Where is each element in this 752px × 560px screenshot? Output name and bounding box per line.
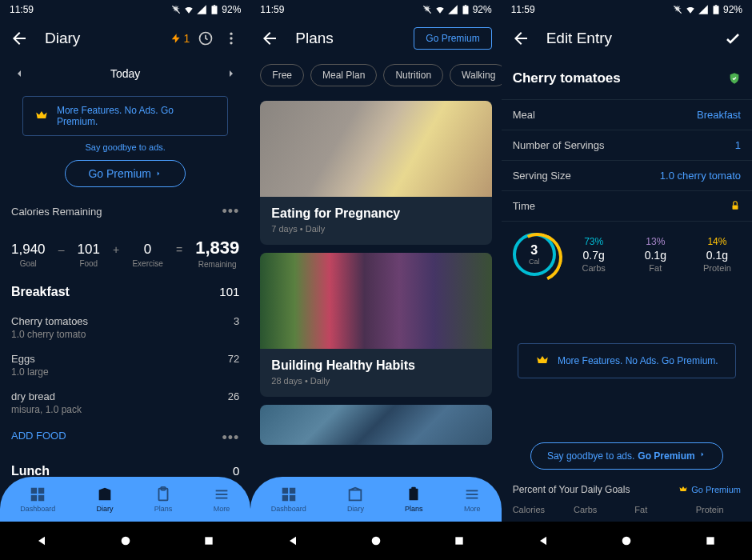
daily-goals-header: Percent of Your Daily Goals Go Premium (502, 478, 752, 502)
dashboard-icon (29, 486, 46, 503)
nav-dashboard[interactable]: Dashboard (20, 486, 55, 513)
premium-promo[interactable]: More Features. No Ads. Go Premium. (22, 96, 228, 136)
plan-card[interactable]: Building Healthy Habits 28 days • Daily (260, 253, 491, 397)
sys-back-icon[interactable] (35, 534, 48, 547)
nav-more[interactable]: More (213, 486, 230, 513)
next-day-icon[interactable] (225, 67, 238, 80)
status-time: 11:59 (511, 4, 535, 15)
plan-card[interactable]: Eating for Pregnancy 7 days • Daily (260, 101, 491, 245)
history-icon[interactable] (196, 29, 215, 48)
crown-icon (678, 485, 688, 494)
svg-rect-25 (410, 489, 418, 501)
status-bar: 11:59 92% (0, 0, 250, 19)
svg-rect-33 (713, 6, 718, 14)
food-item[interactable]: dry breadmisura, 1.0 pack 26 (0, 384, 250, 422)
confirm-icon[interactable] (723, 29, 742, 48)
plan-card[interactable] (260, 405, 491, 445)
sys-home-icon[interactable] (370, 534, 382, 547)
go-premium-pill[interactable]: Say goodbye to ads. Go Premium (530, 442, 723, 470)
remaining-value: 1,839 (195, 238, 239, 258)
svg-rect-19 (462, 6, 468, 14)
battery-pct: 92% (473, 4, 492, 15)
goals-premium-link[interactable]: Go Premium (678, 485, 741, 494)
svg-rect-22 (290, 488, 295, 494)
page-title: Plans (295, 30, 414, 47)
nav-plans[interactable]: Plans (154, 486, 173, 513)
sys-home-icon[interactable] (620, 534, 633, 547)
date-navigator: Today (0, 58, 250, 90)
premium-promo[interactable]: More Features. No Ads. Go Premium. (518, 343, 736, 378)
time-row[interactable]: Time (502, 190, 752, 221)
svg-point-36 (622, 537, 631, 546)
chevron-right-icon (698, 450, 706, 458)
status-time: 11:59 (260, 4, 284, 15)
sys-home-icon[interactable] (119, 534, 132, 547)
verified-icon (728, 72, 741, 85)
streak-indicator[interactable]: 1 (170, 29, 190, 48)
status-icons: 92% (422, 4, 492, 15)
goal-value: 1,940 (11, 242, 46, 258)
dnd-icon (170, 4, 182, 15)
nav-dashboard[interactable]: Dashboard (271, 486, 306, 513)
battery-icon (209, 4, 220, 15)
chip-meal-plan[interactable]: Meal Plan (310, 64, 377, 86)
sys-recent-icon[interactable] (453, 534, 466, 547)
bottom-nav: Dashboard Diary Plans More (0, 477, 250, 522)
breakfast-header[interactable]: Breakfast 101 (0, 275, 250, 309)
edit-entry-screen: 11:59 92% Edit Entry Cherry tomatoes Mea… (502, 0, 752, 560)
status-bar: 11:59 92% (502, 0, 752, 19)
dnd-icon (672, 4, 683, 15)
filter-chips: Free Meal Plan Nutrition Walking Workout (250, 58, 501, 93)
breakfast-more-icon[interactable]: ••• (222, 430, 239, 446)
servings-row[interactable]: Number of Servings 1 (502, 130, 752, 160)
nav-diary[interactable]: Diary (346, 486, 364, 513)
dnd-icon (422, 4, 433, 15)
food-item[interactable]: Cherry tomatoes1.0 cherry tomato 3 (0, 309, 250, 346)
meal-row[interactable]: Meal Breakfast (502, 99, 752, 130)
chevron-right-icon (154, 170, 162, 178)
nav-diary[interactable]: Diary (96, 486, 114, 513)
date-label[interactable]: Today (110, 67, 140, 80)
chip-nutrition[interactable]: Nutrition (383, 64, 443, 86)
chip-free[interactable]: Free (260, 64, 304, 86)
more-icon[interactable] (222, 29, 241, 48)
promo-subtext: Say goodbye to ads. (0, 142, 250, 152)
svg-rect-8 (38, 488, 44, 494)
plan-image (260, 405, 491, 445)
macros-row: 3 Cal 73% 0.7g Carbs 13% 0.1g Fat 14% 0.… (502, 221, 752, 287)
plans-screen: 11:59 92% Plans Go Premium Free Meal Pla… (250, 0, 501, 560)
nav-more[interactable]: More (463, 486, 481, 513)
lightning-icon (170, 33, 182, 44)
crown-icon (34, 109, 49, 123)
svg-rect-2 (214, 5, 215, 6)
signal-icon (698, 4, 709, 15)
status-time: 11:59 (10, 4, 34, 15)
system-nav (250, 522, 501, 560)
go-premium-button[interactable]: Go Premium (65, 160, 186, 187)
svg-rect-21 (282, 488, 287, 494)
lock-icon (730, 200, 741, 211)
serving-size-row[interactable]: Serving Size 1.0 cherry tomato (502, 160, 752, 190)
system-nav (502, 522, 752, 560)
prev-day-icon[interactable] (13, 67, 26, 80)
sys-back-icon[interactable] (537, 534, 550, 547)
back-icon[interactable] (10, 29, 29, 48)
chip-walking[interactable]: Walking (450, 64, 502, 86)
plans-icon (405, 486, 422, 503)
sys-recent-icon[interactable] (202, 534, 215, 547)
svg-point-6 (230, 42, 233, 44)
system-nav (0, 522, 250, 560)
back-icon[interactable] (511, 29, 530, 48)
calories-more-icon[interactable]: ••• (222, 203, 239, 220)
back-icon[interactable] (260, 29, 279, 48)
go-premium-button[interactable]: Go Premium (414, 27, 491, 50)
sys-recent-icon[interactable] (704, 534, 717, 547)
svg-rect-26 (412, 487, 417, 490)
svg-rect-24 (290, 495, 295, 501)
menu-icon (463, 486, 481, 503)
svg-rect-7 (31, 488, 37, 494)
nav-plans[interactable]: Plans (405, 486, 423, 513)
food-item[interactable]: Eggs1.0 large 72 (0, 346, 250, 384)
sys-back-icon[interactable] (286, 534, 299, 547)
add-food-breakfast[interactable]: ADD FOOD ••• (0, 422, 250, 454)
